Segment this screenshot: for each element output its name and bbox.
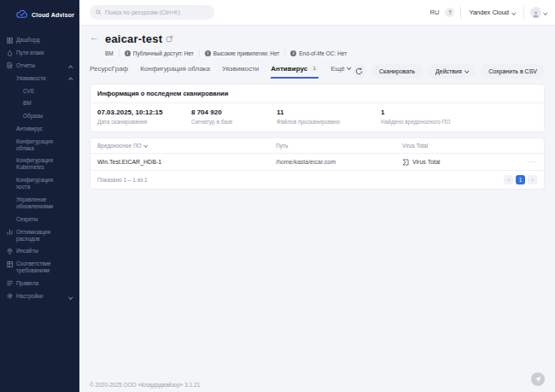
dashboard-icon [7, 38, 16, 44]
cloud-advisor-logo[interactable]: Cloud Advisor [0, 0, 79, 34]
stat-label: Найдено вредоносного ПО [381, 119, 537, 125]
info-icon[interactable]: i [125, 50, 131, 56]
sidebar-item-cloud-config[interactable]: Конфигурация облака [0, 135, 79, 155]
compliance-icon [7, 261, 16, 267]
sidebar-item-label: Оптимизация расходов [16, 229, 73, 243]
logo-text: Cloud Advisor [32, 12, 74, 18]
tab-count-badge: 1 [310, 65, 318, 72]
sidebar-item-secrets[interactable]: Секреты [0, 213, 79, 225]
sidebar-item-images[interactable]: Образы [0, 110, 79, 123]
sidebar-item-attack-paths[interactable]: Пути атаки [0, 47, 79, 60]
save-csv-button[interactable]: Сохранить в CSV [481, 64, 545, 79]
sidebar-item-vm[interactable]: ВМ [0, 97, 79, 110]
table-header-row: Вредоносное ПО Путь Virus Total [91, 138, 544, 154]
sidebar-item-rules[interactable]: Правила [0, 278, 79, 290]
sidebar-item-settings[interactable]: Настройки [0, 290, 79, 302]
language-selector[interactable]: RU [430, 9, 440, 16]
virustotal-cell: Virus Total [402, 159, 513, 166]
refresh-icon [355, 67, 363, 75]
row-menu-button[interactable]: ··· [528, 158, 537, 166]
pagination: ‹ 1 › [504, 175, 537, 184]
reports-icon [7, 62, 16, 68]
sidebar-item-label: Отчеты [16, 62, 73, 69]
refresh-button[interactable] [352, 64, 366, 79]
malware-table-card: Вредоносное ПО Путь Virus Total Win.Test… [90, 137, 545, 190]
user-menu[interactable] [530, 7, 547, 18]
resource-meta: ВМ iПубличный доступ: НетiВысокие привил… [105, 50, 347, 57]
cloud-advisor-logo-icon [16, 7, 28, 22]
copyright-footer: © 2020-2025 ООО «Клаудэдвайзор» 3.1.21 [90, 382, 200, 388]
search-field[interactable] [105, 9, 208, 15]
table-row: Win.Test.EICAR_HDB-1/home/kasta/eicar.co… [91, 154, 544, 171]
rules-icon [7, 280, 16, 286]
next-page-button[interactable]: › [528, 175, 537, 184]
sidebar-item-vulnerabilities[interactable]: Уязвимости [0, 72, 79, 85]
attack-paths-icon [7, 50, 16, 56]
action-buttons: Сканировать Действия Сохранить в CSV [352, 64, 545, 79]
tab-antivirus[interactable]: Антивирус1 [271, 65, 318, 79]
page-button-current[interactable]: 1 [516, 175, 525, 184]
chevron-down-icon [511, 10, 516, 15]
org-selector[interactable]: Yandex Cloud [467, 9, 517, 16]
chevron-up-icon [68, 66, 73, 70]
meta-badge-label: Публичный доступ: Нет [133, 50, 194, 56]
sidebar-item-reports[interactable]: Отчеты [0, 60, 79, 73]
tab-vulnerabilities[interactable]: Уязвимости [222, 65, 259, 79]
search-input[interactable] [90, 5, 214, 20]
sidebar-item-kubernetes-config[interactable]: Конфигурация Kubernetes [0, 155, 79, 174]
sidebar-item-insights[interactable]: Инсайты [0, 245, 79, 258]
sidebar-item-label: Секреты [16, 216, 73, 223]
open-in-new-icon[interactable] [166, 31, 173, 46]
sidebar-item-host-config[interactable]: Конфигурация хоста [0, 174, 79, 194]
meta-badge: iEnd-of-life ОС: Нет [290, 50, 347, 56]
stat-label: Дата сканирования [97, 119, 191, 125]
tabs: РесурсГрафКонфигурация облакаУязвимостиА… [90, 65, 350, 79]
sidebar-item-label: Антивирус [16, 126, 73, 132]
chevron-down-icon [464, 68, 469, 73]
chevron-down-icon [347, 66, 351, 70]
tab-label: Антивирус [271, 65, 307, 73]
virustotal-link-label: Virus Total [412, 159, 440, 165]
sort-icon [143, 143, 148, 148]
paper-plane-icon [535, 376, 541, 383]
stat-label: Файлов просканировано [277, 119, 381, 125]
insights-icon [7, 249, 16, 255]
resource-type: ВМ [105, 50, 114, 56]
tab-cloud-config[interactable]: Конфигурация облака [140, 65, 210, 79]
sidebar-item-cost-optimization[interactable]: Оптимизация расходов [0, 225, 79, 245]
info-icon[interactable]: i [205, 50, 211, 56]
support-telegram-button[interactable] [531, 372, 545, 386]
scan-stat: 8 704 920Сигнатур в базе [191, 108, 277, 125]
sidebar-item-compliance[interactable]: Соответствие требованиям [0, 258, 79, 278]
sidebar-item-antivirus[interactable]: Антивирус [0, 122, 79, 135]
scan-stats: 07.03.2025, 10:12:15Дата сканирования8 7… [91, 103, 544, 132]
sidebar-item-cve[interactable]: CVE [0, 85, 79, 97]
scan-stat: 11Файлов просканировано [277, 108, 381, 125]
column-header-malware[interactable]: Вредоносное ПО [91, 143, 276, 149]
help-button[interactable]: ? [445, 8, 454, 17]
back-button[interactable]: ← [90, 32, 99, 57]
sidebar-item-label: Правила [16, 280, 73, 287]
sidebar-item-label: Образы [23, 113, 73, 120]
sidebar-item-update-management[interactable]: Управление обновлениями [0, 194, 79, 214]
shown-count: Показано 1 – 1 из 1 [97, 177, 148, 183]
tab-label: Ещё [330, 65, 344, 73]
malware-name-cell: Win.Test.EICAR_HDB-1 [91, 159, 276, 165]
stat-label: Сигнатур в базе [191, 119, 277, 125]
actions-dropdown-button[interactable]: Действия [428, 64, 476, 79]
sidebar-item-label: Конфигурация облака [16, 138, 73, 152]
app-root: Cloud Advisor ДашбордПути атакиОтчетыУяз… [0, 0, 555, 392]
tab-resource-graph[interactable]: РесурсГраф [90, 65, 128, 79]
topbar: RU ? Yandex Cloud [79, 0, 555, 26]
info-icon[interactable]: i [290, 50, 296, 56]
sidebar-item-label: Конфигурация Kubernetes [16, 157, 73, 171]
avatar [530, 7, 541, 18]
tab-more[interactable]: Ещё [330, 65, 350, 79]
sidebar-item-label: Управление обновлениями [16, 196, 73, 210]
sidebar-item-label: CVE [23, 88, 73, 95]
sidebar-item-dashboard[interactable]: Дашборд [0, 34, 79, 47]
prev-page-button[interactable]: ‹ [504, 175, 513, 184]
scan-button[interactable]: Сканировать [371, 64, 423, 79]
settings-icon [7, 293, 16, 299]
virustotal-link[interactable]: Virus Total [402, 159, 440, 166]
